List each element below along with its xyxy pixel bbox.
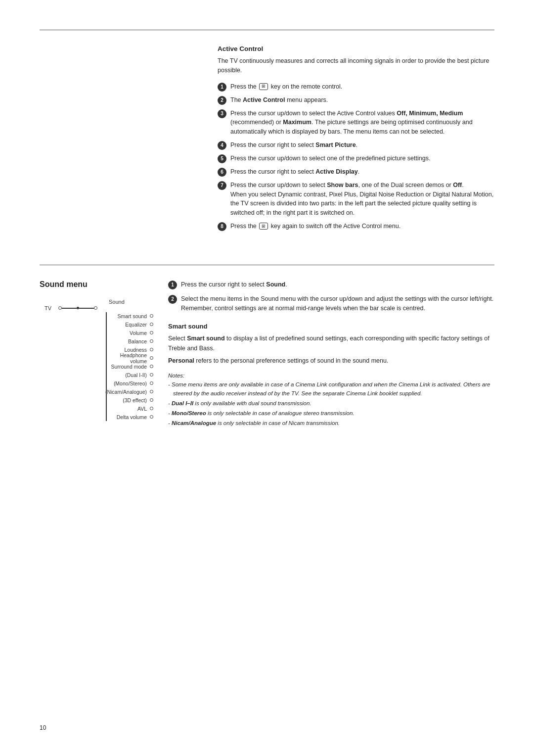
notes-label: Notes: bbox=[168, 373, 494, 378]
note-1: - Some menu items are only available in … bbox=[168, 380, 494, 398]
step-text-1: Press the ⊞ key on the remote control. bbox=[230, 82, 494, 92]
sound-steps: 1 Press the cursor right to select Sound… bbox=[168, 280, 494, 313]
sound-menu-title: Sound menu bbox=[40, 280, 153, 289]
top-divider bbox=[40, 30, 494, 30]
sound-diagram-area: Sound menu Sound TV bbox=[40, 280, 153, 429]
menu-dot-headphone-volume bbox=[150, 356, 153, 360]
menu-dot-surround-mode bbox=[150, 365, 153, 368]
menu-dot-3d-effect bbox=[150, 398, 153, 402]
step-number-1: 1 bbox=[218, 83, 226, 92]
menu-items-container: Smart sound Equalizer Volume Balance bbox=[103, 312, 153, 421]
step-text-5: Press the cursor up/down to select one o… bbox=[230, 154, 494, 163]
menu-label-balance: Balance bbox=[103, 338, 150, 344]
menu-item-surround-mode: Surround mode bbox=[103, 363, 153, 371]
active-control-section: Active Control The TV continuously measu… bbox=[40, 45, 494, 235]
sound-step-num-1: 1 bbox=[168, 281, 177, 289]
smart-sound-para1: Select Smart sound to display a list of … bbox=[168, 334, 494, 353]
menu-item-volume: Volume bbox=[103, 329, 153, 337]
note-3: - Mono/Stereo is only selectable in case… bbox=[168, 409, 494, 418]
menu-dot-avl bbox=[150, 407, 153, 410]
tv-line-2 bbox=[79, 308, 94, 309]
menu-label-volume: Volume bbox=[103, 330, 150, 336]
step-number-2: 2 bbox=[218, 96, 226, 105]
menu-dot-smart-sound bbox=[150, 314, 153, 318]
menu-dot-equalizer bbox=[150, 323, 153, 326]
sound-menu-section: Sound menu Sound TV bbox=[40, 280, 494, 429]
vertical-spine bbox=[106, 312, 107, 421]
active-control-steps: 1 Press the ⊞ key on the remote control.… bbox=[218, 82, 494, 231]
active-control-title: Active Control bbox=[218, 45, 494, 52]
tv-dot-start bbox=[58, 306, 62, 310]
menu-label-nicam: (Nicam/Analogue) bbox=[103, 389, 150, 395]
mid-divider bbox=[40, 265, 494, 265]
step-2: 2 The Active Control menu appears. bbox=[218, 95, 494, 105]
menu-dot-mono-stereo bbox=[150, 381, 153, 385]
menu-item-balance: Balance bbox=[103, 337, 153, 345]
remote-key-icon: ⊞ bbox=[259, 83, 268, 90]
menu-label-mono-stereo: (Mono/Stereo) bbox=[103, 380, 150, 386]
smart-sound-title: Smart sound bbox=[168, 323, 494, 330]
menu-item-3d-effect: (3D effect) bbox=[103, 396, 153, 404]
menu-item-avl: AVL bbox=[103, 405, 153, 413]
menu-item-headphone-volume: Headphone volume bbox=[103, 354, 153, 362]
menu-label-headphone-volume: Headphone volume bbox=[103, 352, 150, 364]
step-1: 1 Press the ⊞ key on the remote control. bbox=[218, 82, 494, 92]
notes-section: Notes: - Some menu items are only availa… bbox=[168, 373, 494, 427]
step-text-8: Press the ⊞ key again to switch off the … bbox=[230, 222, 494, 231]
step-number-7: 7 bbox=[218, 181, 226, 190]
step-number-5: 5 bbox=[218, 154, 226, 163]
menu-label-avl: AVL bbox=[103, 406, 150, 412]
menu-item-smart-sound: Smart sound bbox=[103, 312, 153, 320]
smart-sound-para2: Personal refers to the personal preferen… bbox=[168, 356, 494, 366]
sound-step-text-2: Select the menu items in the Sound menu … bbox=[181, 294, 494, 313]
menu-dot-delta-volume bbox=[150, 415, 153, 419]
sound-step-2: 2 Select the menu items in the Sound men… bbox=[168, 294, 494, 313]
step-5: 5 Press the cursor up/down to select one… bbox=[218, 154, 494, 163]
tv-label: TV bbox=[44, 305, 58, 311]
tv-line-1 bbox=[62, 308, 77, 309]
sound-step-text-1: Press the cursor right to select Sound. bbox=[181, 280, 494, 289]
step-4: 4 Press the cursor right to select Smart… bbox=[218, 141, 494, 150]
tv-dot-end bbox=[94, 306, 97, 310]
sound-right-content: 1 Press the cursor right to select Sound… bbox=[153, 280, 494, 429]
menu-item-dual: (Dual I-II) bbox=[103, 371, 153, 379]
diagram-sound-label: Sound bbox=[109, 299, 125, 305]
page-number: 10 bbox=[40, 724, 46, 731]
step-8: 8 Press the ⊞ key again to switch off th… bbox=[218, 222, 494, 231]
sound-step-num-2: 2 bbox=[168, 295, 177, 304]
step-number-8: 8 bbox=[218, 222, 226, 231]
page: Active Control The TV continuously measu… bbox=[0, 0, 534, 756]
active-control-content: Active Control The TV continuously measu… bbox=[218, 45, 494, 235]
menu-dot-balance bbox=[150, 339, 153, 343]
menu-item-equalizer: Equalizer bbox=[103, 321, 153, 329]
menu-label-smart-sound: Smart sound bbox=[103, 313, 150, 319]
note-2: - Dual I–II is only available with dual … bbox=[168, 399, 494, 408]
sound-diagram: Sound TV bbox=[40, 299, 153, 421]
menu-label-3d-effect: (3D effect) bbox=[103, 397, 150, 403]
remote-key-icon-2: ⊞ bbox=[259, 223, 268, 230]
step-number-4: 4 bbox=[218, 141, 226, 150]
menu-label-equalizer: Equalizer bbox=[103, 322, 150, 328]
step-7: 7 Press the cursor up/down to select Sho… bbox=[218, 181, 494, 218]
menu-label-dual: (Dual I-II) bbox=[103, 372, 150, 378]
menu-item-mono-stereo: (Mono/Stereo) bbox=[103, 379, 153, 387]
note-4: - Nicam/Analogue is only selectable in c… bbox=[168, 419, 494, 427]
menu-dot-nicam bbox=[150, 390, 153, 393]
step-number-6: 6 bbox=[218, 168, 226, 177]
menu-dot-loudness bbox=[150, 348, 153, 351]
step-6: 6 Press the cursor right to select Activ… bbox=[218, 167, 494, 177]
sound-step-1: 1 Press the cursor right to select Sound… bbox=[168, 280, 494, 289]
step-3: 3 Press the cursor up/down to select the… bbox=[218, 109, 494, 137]
step-text-3: Press the cursor up/down to select the A… bbox=[230, 109, 494, 137]
menu-label-surround-mode: Surround mode bbox=[103, 364, 150, 370]
menu-label-delta-volume: Delta volume bbox=[103, 414, 150, 420]
step-text-7: Press the cursor up/down to select Show … bbox=[230, 181, 494, 218]
step-text-6: Press the cursor right to select Active … bbox=[230, 167, 494, 177]
active-control-intro: The TV continuously measures and correct… bbox=[218, 56, 494, 75]
menu-dot-volume bbox=[150, 331, 153, 334]
menu-item-nicam: (Nicam/Analogue) bbox=[103, 388, 153, 396]
menu-item-delta-volume: Delta volume bbox=[103, 413, 153, 421]
step-text-2: The Active Control menu appears. bbox=[230, 95, 494, 105]
step-number-3: 3 bbox=[218, 109, 226, 118]
menu-dot-dual bbox=[150, 373, 153, 377]
